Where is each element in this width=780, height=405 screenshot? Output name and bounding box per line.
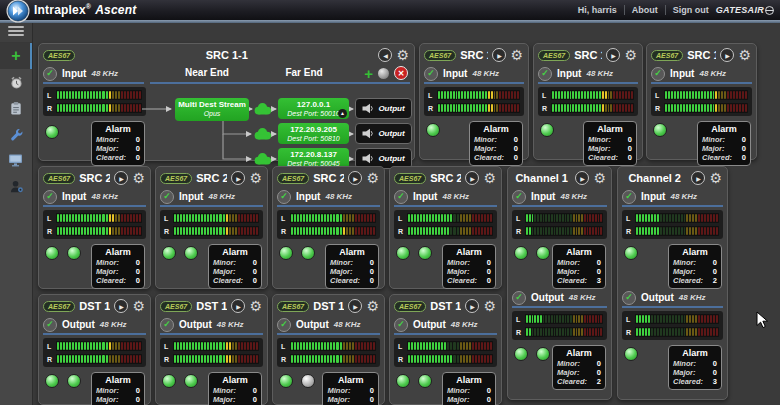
meter-segment [324,214,326,222]
user-greeting-link[interactable]: Hi, harris [578,5,617,15]
destination-node[interactable]: 127.0.0.1 Dest Port: 50010 ▲ [278,98,349,119]
meter-segment [177,342,179,350]
meter-segment [355,227,357,235]
meter-segment [505,104,507,112]
meter-segment [657,315,659,323]
sidebar-item-system-monitor[interactable] [0,147,32,173]
alarm-minor-label: Minor: [96,135,119,144]
expand-button[interactable]: ▶ [231,299,245,313]
section-label: Input [179,191,203,202]
meter-segment [330,214,332,222]
about-link[interactable]: About [632,5,658,15]
settings-icon[interactable]: ⚙ [249,299,262,313]
settings-icon[interactable]: ⚙ [249,171,262,185]
expand-button[interactable]: ▶ [348,299,362,313]
settings-icon[interactable]: ⚙ [132,299,145,313]
meter-segment [707,227,709,235]
expand-button[interactable]: ▶ [691,171,705,185]
settings-icon[interactable]: ⚙ [738,48,751,62]
meter-segment [457,342,459,350]
status-row: AlarmMinor:0Major:0Cleared:0 [538,116,638,166]
meter-bar [551,103,634,113]
meter-segment [72,227,74,235]
meter-segment [555,104,557,112]
output-node[interactable]: Output [355,123,412,144]
settings-icon[interactable]: ⚙ [366,299,379,313]
sign-out-link[interactable]: Sign out [673,5,709,15]
meter-segment [573,315,575,323]
delete-stream-button[interactable]: ✕ [394,66,408,80]
meter-segment [238,227,240,235]
meter-segment [333,227,335,235]
expand-button[interactable]: ▶ [114,171,128,185]
settings-icon[interactable]: ⚙ [709,171,722,185]
meter-segment [223,355,225,363]
meter-segment [713,328,715,336]
meter-segment [127,104,129,112]
status-check-icon: ✓ [277,318,291,332]
expand-button[interactable]: ▶ [575,171,589,185]
meter-segment [99,91,101,99]
settings-icon[interactable]: ⚙ [396,48,409,62]
multi-dest-stream-node[interactable]: Multi Dest Stream Opus [175,98,249,121]
settings-icon[interactable]: ⚙ [593,171,606,185]
expand-button[interactable]: ▶ [231,171,245,185]
settings-icon[interactable]: ⚙ [132,171,145,185]
meter-channel-label: R [655,105,661,112]
configure-button[interactable] [378,68,389,79]
sidebar-item-event-log[interactable] [0,95,32,121]
expand-button[interactable]: ▶ [606,48,620,62]
meter-segment [429,355,431,363]
expand-button[interactable]: ▶ [348,171,362,185]
collapse-button[interactable]: ◀ [378,48,392,62]
menu-toggle-button[interactable] [0,20,32,43]
meter-segment [581,104,583,112]
meter-segment [540,214,542,222]
sidebar-item-tools[interactable] [0,121,32,147]
section-label: Output [296,319,329,330]
status-indicators [396,372,432,388]
settings-icon[interactable]: ⚙ [624,48,637,62]
speaker-icon [362,103,374,114]
meter-segment [499,104,501,112]
status-led-green [162,374,176,388]
settings-icon[interactable]: ⚙ [483,171,496,185]
meter-segment [657,227,659,235]
sidebar-item-user-admin[interactable] [0,173,32,199]
meter-segment [195,342,197,350]
meter-segment [681,214,683,222]
section-header: ✓Input48 KHz [622,188,723,207]
meter-segment [460,355,462,363]
expand-button[interactable]: ▶ [465,299,479,313]
meter-segment [183,355,185,363]
meter-segment [66,342,68,350]
settings-icon[interactable]: ⚙ [366,171,379,185]
expand-button[interactable]: ▶ [492,48,506,62]
meter-segment [75,104,77,112]
meter-segment [534,328,536,336]
add-destination-button[interactable]: + [364,67,373,80]
alarm-major-value: 0 [487,395,491,404]
sidebar-item-add-stream[interactable]: + [0,43,32,69]
card-header: AES67SRC 1-2▶⚙ [420,44,528,65]
meter-segment [226,227,228,235]
meter-segment [109,355,111,363]
expand-button[interactable]: ▶ [720,48,734,62]
meter-segment [90,104,92,112]
meter-segment [318,342,320,350]
destination-node[interactable]: 172.20.9.205 Dest Port: 50810 [278,123,349,144]
settings-icon[interactable]: ⚙ [510,48,523,62]
meter-segment [598,328,600,336]
meter-segment [466,355,468,363]
section-header: ✓Input48 KHz [277,188,380,207]
alarm-summary: AlarmMinor:0Major:0Cleared:0 [91,244,145,289]
sidebar-item-alarms[interactable] [0,69,32,95]
meter-segment [584,315,586,323]
meter-segment [102,227,104,235]
expand-button[interactable]: ▶ [465,171,479,185]
expand-button[interactable]: ▶ [114,299,128,313]
meter-segment [174,342,176,350]
add-icon: + [11,48,20,64]
settings-icon[interactable]: ⚙ [483,299,496,313]
output-node[interactable]: Output [355,98,412,119]
